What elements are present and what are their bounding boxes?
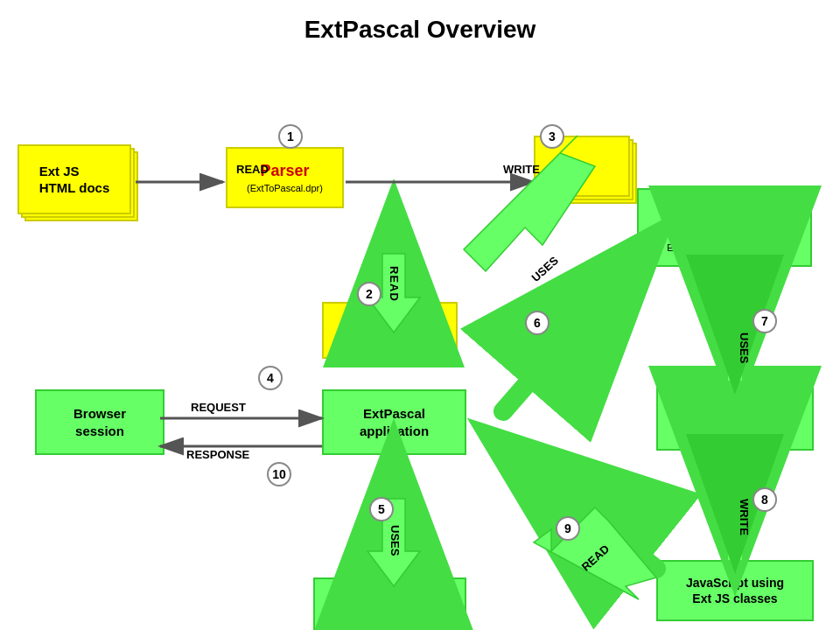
label-read9: READ [579, 542, 612, 574]
browser-session-box: Browser session [35, 389, 164, 455]
fastcgi-box: FastCGI Multithread Environment (FCGIApp… [313, 578, 466, 630]
circle-1: 1 [278, 124, 303, 149]
label-response10: RESPONSE [186, 448, 249, 461]
circle-2: 2 [357, 282, 382, 306]
label-write8: WRITE [738, 499, 751, 536]
javascript-box: JavaScript using Ext JS classes [656, 560, 814, 621]
label-write3: WRITE [503, 163, 540, 176]
circle-8: 8 [752, 487, 777, 512]
page-title: ExtPascal Overview [0, 0, 840, 52]
circle-4: 4 [258, 366, 283, 390]
circle-3: 3 [540, 124, 564, 149]
svg-line-15 [497, 442, 656, 569]
label-read1: READ [236, 163, 269, 176]
circle-9: 9 [556, 516, 580, 541]
self-translating-box: Self-translating (ExtPascal.pas) [656, 381, 814, 451]
label-uses7: USES [738, 332, 751, 363]
label-read2: READ [388, 266, 401, 302]
circle-6: 6 [525, 311, 550, 335]
label-uses6: USES [529, 254, 561, 284]
ext-js-fixes-box: Ext JS fixes (ExtFixes.txt) [322, 302, 458, 359]
extpascal-app-box: ExtPascal application [322, 389, 466, 455]
circle-7: 7 [752, 309, 777, 333]
wrapper-box: Wrapper 12 units (Ext, ExtGlobal, ExtDat… [637, 188, 812, 267]
label-request4: REQUEST [191, 401, 246, 414]
circle-10: 10 [267, 462, 291, 486]
label-uses5: USES [388, 525, 402, 556]
circle-5: 5 [369, 497, 394, 522]
ext-js-docs-label: Ext JS HTML docs [18, 144, 131, 214]
parser-box: Parser (ExtToPascal.dpr) [226, 147, 344, 208]
